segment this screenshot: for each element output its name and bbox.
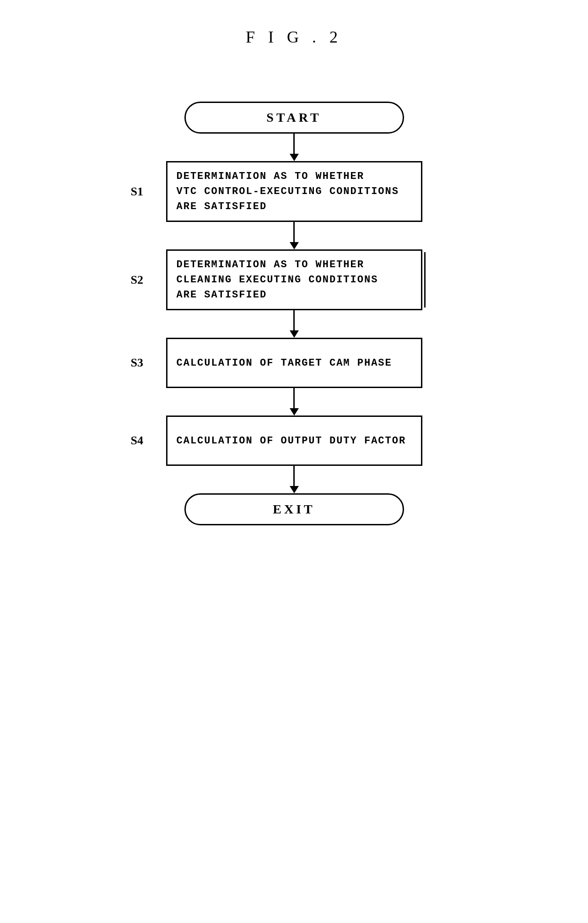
step-s3-box: S3 CALCULATION OF TARGET CAM PHASE [166,338,422,388]
arrow-line-3 [293,310,295,330]
start-box: START [184,102,404,134]
arrow-head-4 [290,408,299,416]
arrow-line-1 [293,134,295,154]
arrow-1 [290,134,299,161]
step-s2-box: S2 DETERMINATION AS TO WHETHER CLEANING … [166,249,422,310]
step-s1-box: S1 DETERMINATION AS TO WHETHER VTC CONTR… [166,161,422,222]
step-s2-wrapper: S2 DETERMINATION AS TO WHETHER CLEANING … [166,249,422,310]
step-s4-wrapper: S4 CALCULATION OF OUTPUT DUTY FACTOR [166,416,422,466]
arrow-head-5 [290,486,299,493]
step-s1-label: S1 [131,185,143,199]
arrow-5 [290,466,299,493]
step-s3-label: S3 [131,356,143,370]
step-s3-text: CALCULATION OF TARGET CAM PHASE [177,356,392,371]
step-s1-wrapper: S1 DETERMINATION AS TO WHETHER VTC CONTR… [166,161,422,222]
arrow-head-1 [290,154,299,161]
step-s1-text: DETERMINATION AS TO WHETHER VTC CONTROL-… [177,169,399,214]
step-s2-label: S2 [131,273,143,287]
arrow-line-5 [293,466,295,486]
arrow-2 [290,222,299,249]
arrow-head-2 [290,242,299,249]
arrow-line-2 [293,222,295,242]
arrow-3 [290,310,299,338]
step-s4-box: S4 CALCULATION OF OUTPUT DUTY FACTOR [166,416,422,466]
start-label: START [266,110,321,125]
page-container: F I G . 2 START S1 DETERMINATION AS TO W… [0,0,588,923]
step-s3-wrapper: S3 CALCULATION OF TARGET CAM PHASE [166,338,422,388]
figure-title: F I G . 2 [246,27,342,47]
step-s2-text: DETERMINATION AS TO WHETHER CLEANING EXE… [177,257,378,302]
step-s4-text: CALCULATION OF OUTPUT DUTY FACTOR [177,433,406,448]
arrow-head-3 [290,330,299,338]
arrow-line-4 [293,388,295,408]
flowchart: START S1 DETERMINATION AS TO WHETHER VTC… [134,102,454,525]
exit-label: EXIT [273,502,315,517]
step-s4-label: S4 [131,434,143,448]
arrow-4 [290,388,299,416]
exit-box: EXIT [184,493,404,525]
